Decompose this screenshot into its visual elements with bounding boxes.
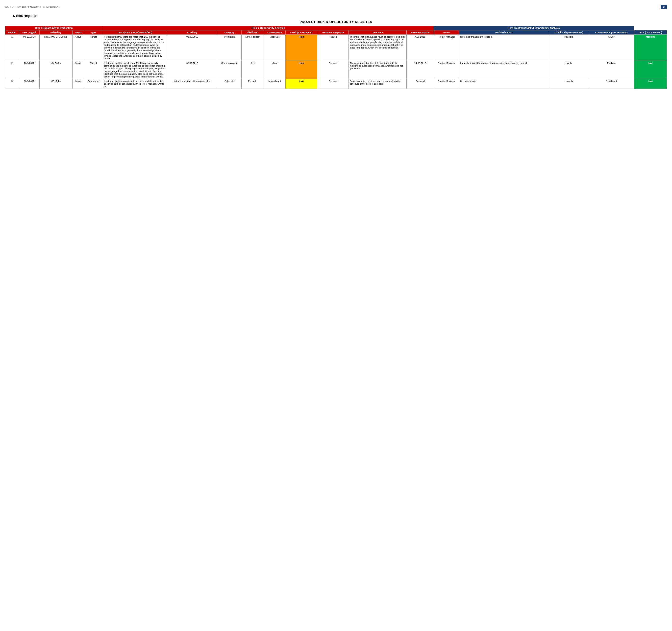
cell-category: Promotion bbox=[217, 35, 242, 61]
col-likelihood: Likelihood bbox=[241, 30, 264, 35]
cell-description: It is identified that there are more tha… bbox=[103, 35, 167, 61]
cell-proximity: After completion of the project plan bbox=[167, 79, 217, 89]
col-owner: Owner bbox=[434, 30, 459, 35]
cell-number: 2 bbox=[5, 61, 19, 79]
cell-likelihood: Possible bbox=[241, 79, 264, 89]
col-level-post: Level (post treatment) bbox=[634, 30, 667, 35]
cell-likelihood: Almost certain bbox=[241, 35, 264, 61]
cell-type: Threat bbox=[84, 35, 103, 61]
cell-date: 09.12.2017 bbox=[19, 35, 39, 61]
cell-description: It is found that the speakers of English… bbox=[103, 61, 167, 79]
cell-type: Opportunity bbox=[84, 79, 103, 89]
group-header-analysis: Risk & Opportunity Analysis bbox=[103, 26, 434, 30]
table-row: 3 20/9/2017 MR. John Active Opportunity … bbox=[5, 79, 667, 89]
col-date: Date Logged bbox=[19, 30, 39, 35]
cell-treatment: The indigenous languages must be promote… bbox=[349, 35, 406, 61]
col-consequence: Consequence bbox=[264, 30, 285, 35]
cell-likelihood: Likely bbox=[241, 61, 264, 79]
col-treatment-response: Treatment Response bbox=[317, 30, 349, 35]
cell-level-post: Low bbox=[634, 79, 667, 89]
cell-raised-by: MR. John, MR. Bernie bbox=[39, 35, 72, 61]
cell-residual: It creates impact on the people bbox=[459, 35, 549, 61]
cell-treatment: The government of the state must promote… bbox=[349, 61, 406, 79]
cell-level-pre: Low bbox=[286, 79, 317, 89]
group-header-post: Post Treatment Risk & Opportunity Analys… bbox=[434, 26, 634, 30]
cell-number: 3 bbox=[5, 79, 19, 89]
cell-consequence: Minor bbox=[264, 61, 285, 79]
section-title: 1. Risk Register bbox=[13, 14, 667, 18]
cell-consequence: Insignificant bbox=[264, 79, 285, 89]
cell-treatment-update: 4.03.2018 bbox=[406, 35, 434, 61]
cell-residual: It mainly impact the project manager, st… bbox=[459, 61, 549, 79]
cell-status: Active bbox=[72, 79, 84, 89]
col-number: Number bbox=[5, 30, 19, 35]
cell-status: Active bbox=[72, 35, 84, 61]
cell-raised-by: Ms Porter bbox=[39, 61, 72, 79]
col-likelihood-post: Likelihood (post treatment) bbox=[549, 30, 589, 35]
col-consequence-post: Consequence (post treatment) bbox=[589, 30, 634, 35]
col-type: Type bbox=[84, 30, 103, 35]
cell-treatment: Proper planning must be done before maki… bbox=[349, 79, 406, 89]
cell-number: 1 bbox=[5, 35, 19, 61]
cell-owner: Project Manager bbox=[434, 35, 459, 61]
cell-level-pre: High bbox=[286, 61, 317, 79]
cell-category: Communication bbox=[217, 61, 242, 79]
cell-likelihood-post: Unlikely bbox=[549, 79, 589, 89]
cell-description: It is found that the project will not ge… bbox=[103, 79, 167, 89]
cell-likelihood-post: Possible bbox=[549, 35, 589, 61]
col-residual: Residual Impact bbox=[459, 30, 549, 35]
cell-treatment-response: Reduce bbox=[317, 79, 349, 89]
col-level-pre: Level (pre treatment) bbox=[286, 30, 317, 35]
cell-proximity: 05.02.2018 bbox=[167, 61, 217, 79]
risk-register-table: Risk / Opportunity Identification Risk &… bbox=[5, 26, 667, 89]
cell-date: 16/9/2017 bbox=[19, 61, 39, 79]
cell-status: Active bbox=[72, 61, 84, 79]
cell-consequence-post: Medium bbox=[589, 61, 634, 79]
group-header-id: Risk / Opportunity Identification bbox=[5, 26, 103, 30]
cell-level-post: Medium bbox=[634, 35, 667, 61]
col-treatment-update: Treatment Update bbox=[406, 30, 434, 35]
table-row: 2 16/9/2017 Ms Porter Active Threat It i… bbox=[5, 61, 667, 79]
col-category: Category bbox=[217, 30, 242, 35]
col-raised-by: Raised By bbox=[39, 30, 72, 35]
col-status: Status bbox=[72, 30, 84, 35]
page-header: CASE STUDY: OUR LANGUAGE IS IMPORTANT bbox=[5, 6, 60, 8]
cell-owner: Project Manager bbox=[434, 61, 459, 79]
col-treatment: Treatment bbox=[349, 30, 406, 35]
cell-treatment-update: Finished bbox=[406, 79, 434, 89]
cell-owner: Project Manager bbox=[434, 79, 459, 89]
cell-level-post: Low bbox=[634, 61, 667, 79]
cell-category: Schedule bbox=[217, 79, 242, 89]
table-row: 1 09.12.2017 MR. John, MR. Bernie Active… bbox=[5, 35, 667, 61]
cell-level-pre: High bbox=[286, 35, 317, 61]
cell-raised-by: MR. John bbox=[39, 79, 72, 89]
cell-date: 20/9/2017 bbox=[19, 79, 39, 89]
col-description: Description (Cause/Event/Effect) bbox=[103, 30, 167, 35]
col-proximity: Proximity bbox=[167, 30, 217, 35]
cell-consequence-post: Significant bbox=[589, 79, 634, 89]
table-title: PROJECT RISK & OPPORTUNITY REGISTER bbox=[5, 20, 667, 24]
cell-treatment-response: Reduce bbox=[317, 35, 349, 61]
cell-treatment-response: Reduce bbox=[317, 61, 349, 79]
cell-type: Threat bbox=[84, 61, 103, 79]
cell-treatment-update: 14.03.2015 bbox=[406, 61, 434, 79]
page-number: 2 bbox=[661, 5, 667, 9]
cell-consequence: Moderate bbox=[264, 35, 285, 61]
cell-proximity: 05.02.2018 bbox=[167, 35, 217, 61]
cell-residual: No such impact bbox=[459, 79, 549, 89]
page-wrapper: CASE STUDY: OUR LANGUAGE IS IMPORTANT 2 … bbox=[5, 5, 667, 89]
cell-likelihood-post: Likely bbox=[549, 61, 589, 79]
cell-consequence-post: Major bbox=[589, 35, 634, 61]
